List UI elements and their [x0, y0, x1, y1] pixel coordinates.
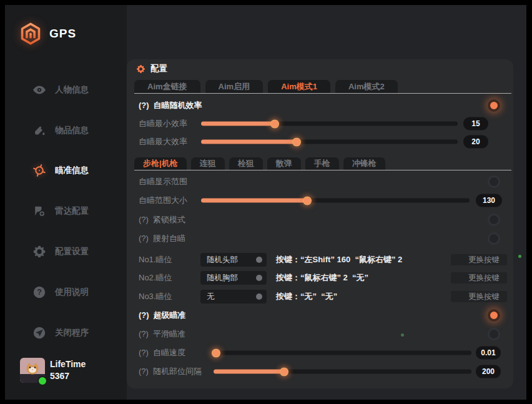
toggle-random-efficiency[interactable] [488, 99, 500, 112]
sidebar-item-config-settings[interactable]: 配置设置 [5, 242, 127, 261]
question-icon: ? [32, 285, 46, 299]
sidebar-item-label: 瞄准信息 [55, 165, 89, 176]
particle-dot [518, 255, 521, 258]
tab-bolt-sniper[interactable]: 栓狙 [229, 157, 263, 170]
keybind-text: 按键：“鼠标右键” 2 “无” [276, 272, 368, 283]
dropdown-value: 随机头部 [207, 255, 238, 265]
toggle-hip-fire[interactable] [488, 232, 500, 245]
dropdown-value: 无 [207, 292, 215, 302]
svg-text:?: ? [37, 288, 42, 297]
keybind-text: 按键：“左Shift” 160 “鼠标右键” 2 [276, 254, 402, 265]
sidebar-item-radar-config[interactable]: 雷达配置 [5, 202, 127, 220]
config-panel: 配置 Aim盒链接 Aim启用 Aim模式1 Aim模式2 (?)自瞄随机效率 … [127, 59, 513, 388]
help-mark[interactable]: (?) [139, 329, 149, 338]
help-mark[interactable]: (?) [139, 215, 149, 224]
panel-header: 配置 [136, 61, 167, 76]
slider-min-efficiency[interactable] [201, 122, 458, 126]
help-mark[interactable]: (?) [139, 367, 149, 376]
help-mark[interactable]: (?) [139, 310, 149, 320]
tab-shotgun[interactable]: 散弹 [267, 157, 301, 170]
row-random-efficiency: (?)自瞄随机效率 [127, 98, 513, 113]
row-hip-fire: (?)腰射自瞄 [127, 231, 513, 246]
row-label: No2.瞄位 [139, 272, 172, 283]
sidebar-item-label: 使用说明 [55, 287, 89, 298]
tab-aim-mode-2[interactable]: Aim模式2 [335, 80, 398, 93]
eye-icon [32, 83, 46, 97]
help-mark[interactable]: (?) [139, 101, 149, 110]
change-key-button[interactable]: 更换按键 [451, 291, 507, 302]
toggle-show-range[interactable] [488, 175, 500, 188]
tab-aim-mode-1[interactable]: Aim模式1 [268, 80, 330, 93]
dropdown-dot-icon [256, 293, 262, 300]
row-label: 自瞄随机效率 [154, 101, 202, 110]
row-label: 自瞄显示范围 [139, 176, 187, 187]
help-mark[interactable]: (?) [139, 348, 149, 357]
row-show-range: 自瞄显示范围 [127, 174, 513, 189]
sidebar-item-aim-info[interactable]: 瞄准信息 [5, 161, 127, 180]
dropdown-aim-slot-3[interactable]: 无 [200, 290, 267, 303]
tab-aim-enable[interactable]: Aim启用 [205, 80, 264, 93]
toggle-lock-mode[interactable] [488, 214, 500, 226]
row-aim-speed: (?)自瞄速度 0.01 [127, 345, 513, 360]
help-mark[interactable]: (?) [139, 234, 149, 243]
dropdown-dot-icon [256, 275, 262, 281]
slider-aim-speed[interactable] [214, 351, 471, 355]
user-profile[interactable]: LifeTime 5367 [20, 358, 120, 388]
row-label: 自瞄速度 [153, 348, 185, 357]
row-random-interval: (?)随机部位间隔 200 [127, 364, 513, 379]
tab-dmr[interactable]: 连狙 [191, 157, 225, 170]
profile-name: LifeTime [50, 359, 86, 369]
row-label: 超级瞄准 [154, 310, 186, 320]
crosshair-icon [32, 164, 46, 177]
avatar [20, 358, 45, 383]
online-status-dot [37, 376, 47, 386]
sidebar-item-usage-guide[interactable]: ? 使用说明 [5, 283, 127, 302]
row-min-efficiency: 自瞄最小效率 15 [127, 116, 513, 131]
value-badge: 130 [476, 194, 502, 207]
value-badge: 200 [476, 365, 501, 378]
row-label: 自瞄最小效率 [139, 118, 187, 129]
dropdown-aim-slot-2[interactable]: 随机胸部 [200, 271, 267, 285]
dropdown-aim-slot-1[interactable]: 随机头部 [200, 253, 267, 267]
value-badge: 20 [463, 135, 488, 149]
aim-tab-bar: Aim盒链接 Aim启用 Aim模式1 Aim模式2 [134, 79, 511, 94]
app-window: GPS 人物信息 物品信息 瞄准信息 [5, 5, 526, 400]
slider-thumb[interactable] [270, 119, 279, 128]
sidebar-item-close-program[interactable]: 关闭程序 [5, 323, 127, 342]
change-key-button[interactable]: 更换按键 [451, 272, 507, 283]
dropdown-dot-icon [256, 257, 262, 263]
gear-icon [136, 64, 145, 74]
particle-dot [401, 333, 404, 337]
sidebar-item-item-info[interactable]: 物品信息 [5, 121, 127, 140]
sidebar-item-character-info[interactable]: 人物信息 [5, 81, 127, 99]
slider-thumb[interactable] [212, 348, 220, 357]
row-smooth-aim: (?)平滑瞄准 [127, 327, 513, 342]
value-badge: 15 [463, 117, 488, 131]
row-label: 腰射自瞄 [153, 234, 185, 243]
tab-pistol[interactable]: 手枪 [305, 157, 339, 170]
row-label: 自瞄最大效率 [139, 136, 187, 147]
slider-max-efficiency[interactable] [201, 140, 458, 144]
tab-rifle-mg[interactable]: 步枪|机枪 [134, 157, 187, 170]
slider-random-interval[interactable] [214, 370, 471, 374]
slider-thumb[interactable] [292, 137, 301, 146]
toggle-smooth-aim[interactable] [488, 328, 500, 340]
paper-plane-icon [32, 326, 46, 340]
slider-thumb[interactable] [280, 367, 288, 376]
tab-aim-box-link[interactable]: Aim盒链接 [134, 80, 200, 93]
row-super-aim: (?)超级瞄准 [127, 308, 513, 323]
sidebar-item-label: 雷达配置 [55, 205, 89, 217]
row-label: 随机部位间隔 [153, 367, 202, 376]
weapon-tab-bar: 步枪|机枪 连狙 栓狙 散弹 手枪 冲锋枪 [134, 157, 511, 170]
sidebar-item-label: 物品信息 [55, 125, 89, 136]
slider-range-size[interactable] [201, 199, 470, 203]
slider-thumb[interactable] [303, 196, 312, 205]
keybind-text: 按键：“无” “无” [276, 291, 337, 302]
sidebar-item-label: 人物信息 [55, 84, 89, 96]
value-badge: 0.01 [476, 347, 501, 360]
tab-smg[interactable]: 冲锋枪 [343, 157, 385, 170]
app-logo: GPS [19, 21, 76, 46]
change-key-button[interactable]: 更换按键 [451, 254, 507, 265]
toggle-super-aim[interactable] [488, 309, 500, 322]
gear-icon [32, 245, 46, 259]
